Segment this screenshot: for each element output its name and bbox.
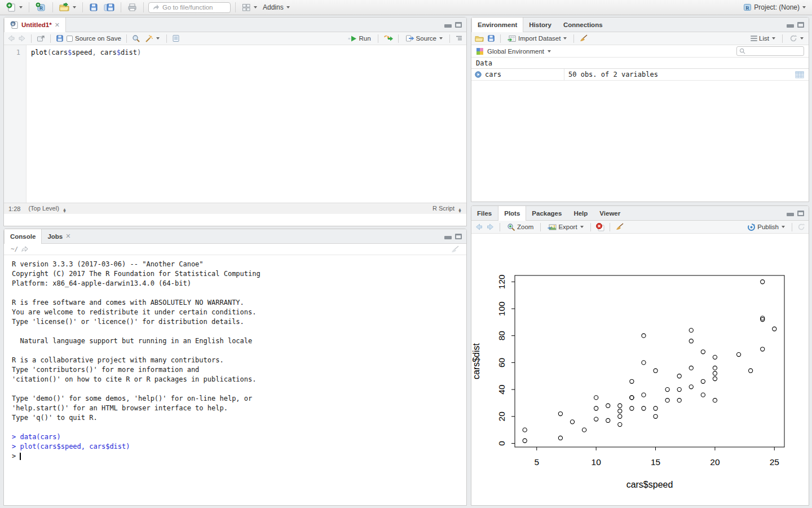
console-output-line: Type 'license()' or 'licence()' for dist… xyxy=(12,317,466,327)
console-tab-label: Console xyxy=(10,233,36,240)
console-output-line: Type 'contributors()' for more informati… xyxy=(12,365,466,375)
list-view-button[interactable]: List xyxy=(749,34,777,43)
toolbar-separator xyxy=(31,34,32,43)
save-workspace-icon[interactable] xyxy=(487,34,495,42)
next-plot-icon[interactable] xyxy=(486,224,495,230)
code-editor[interactable]: 1 plot(cars$speed, cars$dist) xyxy=(4,45,466,203)
goto-placeholder: Go to file/function xyxy=(162,4,213,11)
tab-environment[interactable]: Environment xyxy=(471,17,523,32)
open-in-window-icon[interactable] xyxy=(37,35,45,42)
clear-console-icon[interactable] xyxy=(451,246,460,253)
import-dataset-button[interactable]: Import Dataset xyxy=(506,34,568,43)
tab-jobs[interactable]: Jobs ✕ xyxy=(42,229,77,243)
publish-icon xyxy=(747,223,756,231)
back-icon[interactable] xyxy=(7,35,15,42)
new-file-button[interactable] xyxy=(5,1,24,14)
toolbar-separator xyxy=(792,223,792,231)
console-output-line xyxy=(12,423,466,432)
console-window-controls xyxy=(444,229,466,243)
tab-untitled1[interactable]: R Untitled1* ✕ xyxy=(4,17,66,32)
code-tools-button[interactable] xyxy=(143,33,161,44)
svg-text:80: 80 xyxy=(497,331,506,341)
source-on-save-checkbox[interactable] xyxy=(67,36,73,42)
find-replace-icon[interactable] xyxy=(132,34,140,43)
svg-text:15: 15 xyxy=(651,457,660,467)
minimize-icon[interactable] xyxy=(787,213,794,216)
toolbar-separator xyxy=(82,2,83,12)
tab-history[interactable]: History xyxy=(523,17,558,32)
maximize-icon[interactable] xyxy=(797,22,804,28)
document-outline-icon[interactable] xyxy=(455,35,463,42)
view-data-grid-icon[interactable] xyxy=(795,71,804,78)
environment-object-row[interactable]: cars 50 obs. of 2 variables xyxy=(471,69,809,81)
publish-button[interactable]: Publish xyxy=(745,222,787,233)
forward-icon[interactable] xyxy=(18,35,26,42)
save-button[interactable] xyxy=(87,2,100,13)
close-jobs-icon[interactable]: ✕ xyxy=(65,233,70,240)
zoom-plot-button[interactable]: Zoom xyxy=(505,222,535,233)
console-output[interactable]: R version 3.3.3 (2017-03-06) -- "Another… xyxy=(4,255,466,461)
pane-layout-button[interactable] xyxy=(240,2,259,13)
code-line[interactable]: plot(cars$speed, cars$dist) xyxy=(27,45,141,203)
svg-text:cars$speed: cars$speed xyxy=(626,480,673,489)
run-button[interactable]: Run xyxy=(346,34,372,43)
source-on-save-toggle[interactable]: Source on Save xyxy=(67,35,121,42)
rerun-icon[interactable] xyxy=(383,35,393,42)
open-folder-icon xyxy=(59,3,70,12)
filetype-updown-icon: ▲▼ xyxy=(458,208,462,213)
goto-directory-icon[interactable] xyxy=(21,246,29,252)
toolbar-separator xyxy=(378,34,378,43)
editor-gutter: 1 xyxy=(4,45,27,203)
clear-all-plots-icon[interactable] xyxy=(615,223,624,231)
expand-object-icon[interactable] xyxy=(475,71,482,78)
main-toolbar: R xyxy=(0,0,812,15)
new-project-button[interactable]: R xyxy=(34,1,48,14)
source-window-controls xyxy=(444,17,466,32)
save-all-icon xyxy=(104,3,114,12)
tab-connections[interactable]: Connections xyxy=(558,17,609,32)
scope-selector-label: Global Environment xyxy=(487,48,544,55)
tab-console[interactable]: Console xyxy=(4,229,42,244)
save-all-button[interactable] xyxy=(102,2,116,13)
close-tab-icon[interactable]: ✕ xyxy=(55,21,60,29)
minimize-icon[interactable] xyxy=(444,24,452,28)
filetype-selector[interactable]: R Script ▲▼ xyxy=(433,205,462,213)
console-output-line: R is a collaborative project with many c… xyxy=(12,356,466,365)
console-output-line: You are welcome to redistribute it under… xyxy=(12,308,466,317)
goto-file-input[interactable]: Go to file/function xyxy=(148,2,231,13)
plots-tabstrip: Files Plots Packages Help Viewer xyxy=(471,206,809,221)
load-workspace-icon[interactable] xyxy=(475,34,484,42)
print-button[interactable] xyxy=(126,2,139,13)
source-button[interactable]: Source xyxy=(404,34,444,43)
refresh-environment-button[interactable] xyxy=(788,33,805,43)
publish-caret xyxy=(782,226,785,228)
previous-plot-icon[interactable] xyxy=(475,224,483,230)
scope-selector[interactable]: (Top Level) ▲▼ xyxy=(28,205,66,213)
refresh-plot-icon[interactable] xyxy=(797,223,805,231)
minimize-icon[interactable] xyxy=(787,24,794,28)
export-plot-button[interactable]: Export xyxy=(546,222,585,232)
maximize-icon[interactable] xyxy=(455,22,462,28)
search-icon xyxy=(739,48,745,54)
svg-text:25: 25 xyxy=(770,457,779,467)
project-menu-button[interactable]: R Project: (None) xyxy=(741,2,807,13)
environment-scope-selector[interactable]: Global Environment xyxy=(487,48,551,55)
tab-viewer[interactable]: Viewer xyxy=(594,206,626,220)
tab-packages[interactable]: Packages xyxy=(526,206,568,220)
compile-report-icon[interactable] xyxy=(172,34,180,42)
tab-plots[interactable]: Plots xyxy=(498,206,526,221)
environment-search-input[interactable] xyxy=(736,46,804,56)
remove-plot-icon[interactable] xyxy=(596,223,604,231)
maximize-icon[interactable] xyxy=(797,211,804,216)
publish-label: Publish xyxy=(757,224,779,230)
maximize-icon[interactable] xyxy=(455,234,462,239)
scope-updown-icon: ▲▼ xyxy=(63,208,67,213)
source-toolbar: Source on Save Run xyxy=(4,32,466,45)
clear-environment-icon[interactable] xyxy=(579,34,588,42)
tab-help[interactable]: Help xyxy=(568,206,594,220)
open-file-button[interactable] xyxy=(58,2,78,13)
minimize-icon[interactable] xyxy=(444,236,452,239)
save-icon[interactable] xyxy=(56,34,64,42)
tab-files[interactable]: Files xyxy=(471,206,498,220)
addins-button[interactable]: Addins xyxy=(261,2,292,12)
